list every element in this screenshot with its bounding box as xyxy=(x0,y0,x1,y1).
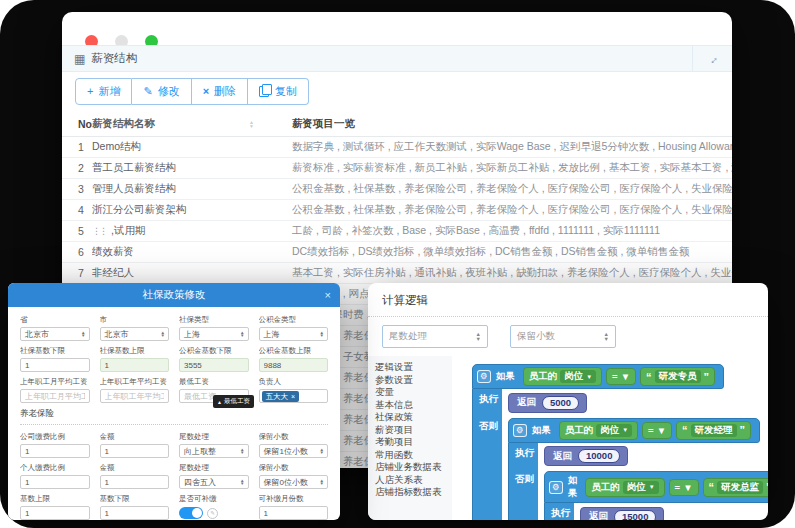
table-row[interactable]: 4浙江分公司薪资架构公积金基数 , 社保基数 , 养老保险公司 , 养老保险个人… xyxy=(62,200,732,221)
string-block[interactable]: “研发总监” xyxy=(703,478,768,497)
owner-input[interactable]: 五大大× xyxy=(259,389,329,403)
string-block[interactable]: “研发经理” xyxy=(676,421,751,440)
if-block[interactable]: ⚙如果员工的岗位▼=▼“研发总监”执行返回15000 xyxy=(544,471,768,520)
close-quote: ” xyxy=(766,482,768,492)
operator-block[interactable]: =▼ xyxy=(642,422,672,439)
return-block[interactable]: 返回15000 xyxy=(580,507,664,521)
expand-button[interactable]: ↔ xyxy=(692,46,732,71)
operator-block[interactable]: =▼ xyxy=(606,368,636,385)
drag-handle-icon[interactable]: ⋮⋮ xyxy=(92,227,106,236)
sidebar-item[interactable]: 社保政策 xyxy=(375,411,452,424)
field-select[interactable]: 保留0位小数▲▼ xyxy=(259,475,329,489)
row-items: 数据字典 , 测试循环 , 应工作天数测试 , 实际Wage Base , 迟到… xyxy=(260,140,732,154)
table-row[interactable]: 1Demo结构数据字典 , 测试循环 , 应工作天数测试 , 实际Wage Ba… xyxy=(62,137,732,158)
sidebar-item[interactable]: 基本信息 xyxy=(375,399,452,412)
add-button[interactable]: + 新增 xyxy=(75,78,132,105)
field-label: 市 xyxy=(100,315,170,325)
field-input[interactable] xyxy=(20,475,90,489)
copy-button[interactable]: 复制 xyxy=(248,78,309,105)
field-input[interactable] xyxy=(100,475,170,489)
table-row[interactable]: 5⋮⋮,试用期工龄 , 司龄 , 补签次数 , Base , 实际Base , … xyxy=(62,221,732,242)
sidebar-item[interactable]: 薪资项目 xyxy=(375,424,452,437)
gear-icon[interactable]: ⚙ xyxy=(549,481,563,494)
sidebar-item[interactable]: 店铺指标数据表 xyxy=(375,486,452,499)
table-header: No 薪资结构名称 ▲▼ 薪资项目一览 xyxy=(62,112,732,137)
field-input[interactable] xyxy=(100,389,170,403)
return-value[interactable]: 15000 xyxy=(614,510,656,521)
owner-tag: 五大大× xyxy=(262,391,300,402)
field-select[interactable]: 上海▲▼ xyxy=(179,327,249,341)
field-input[interactable] xyxy=(20,506,90,520)
edit-circle-icon[interactable]: ✎ xyxy=(207,508,218,519)
if-block-head[interactable]: ⚙如果员工的岗位▼=▼“研发总监” xyxy=(544,471,768,503)
form-field: 上年职工年平均工资 xyxy=(100,377,170,403)
if-block-head[interactable]: ⚙如果员工的岗位▼=▼“研发经理” xyxy=(508,418,760,443)
modal-title: 社保政策修改 xyxy=(143,288,206,302)
sidebar-item[interactable]: 参数设置 xyxy=(375,374,452,387)
sort-icon[interactable]: ▲▼ xyxy=(249,120,254,128)
field-input[interactable] xyxy=(20,358,90,372)
field-input[interactable] xyxy=(20,444,90,458)
field-select[interactable]: 北京市▲▼ xyxy=(20,327,90,341)
operator-block[interactable]: =▼ xyxy=(669,479,699,496)
employee-field-block[interactable]: 员工的岗位▼ xyxy=(523,367,602,386)
if-block[interactable]: ⚙如果员工的岗位▼=▼“研发经理”执行返回10000否则⚙如果员工的岗位▼=▼“… xyxy=(508,418,768,521)
rounding-select[interactable]: 尾数处理 ▲▼ xyxy=(382,325,488,348)
gear-icon[interactable]: ⚙ xyxy=(477,370,491,383)
row-no: 3 xyxy=(62,183,92,195)
field-input[interactable] xyxy=(259,506,329,520)
return-value[interactable]: 5000 xyxy=(542,396,579,410)
field-dropdown[interactable]: 岗位▼ xyxy=(623,481,659,494)
sidebar-item[interactable]: 考勤项目 xyxy=(375,436,452,449)
if-label: 如果 xyxy=(496,370,515,383)
table-row[interactable]: 7非经纪人基本工资 , 实际住房补贴 , 通讯补贴 , 夜班补贴 , 缺勤扣款 … xyxy=(62,263,732,284)
row-name: ⋮⋮,试用期 xyxy=(92,224,260,238)
section-heading: 养老保险 xyxy=(20,408,328,425)
return-block[interactable]: 返回10000 xyxy=(544,446,628,466)
field-select[interactable]: 北京市▲▼ xyxy=(100,327,170,341)
sidebar-item[interactable]: 人店关系表 xyxy=(375,474,452,487)
edit-button[interactable]: ✎ 修改 xyxy=(132,78,191,105)
table-row[interactable]: 3管理人员薪资结构公积金基数 , 社保基数 , 养老保险公司 , 养老保险个人 … xyxy=(62,179,732,200)
employee-field-block[interactable]: 员工的岗位▼ xyxy=(585,478,664,497)
if-block[interactable]: ⚙如果员工的岗位▼=▼“研发专员”执行返回5000否则⚙如果员工的岗位▼=▼“研… xyxy=(472,364,768,520)
table-row[interactable]: 2普工员工薪资结构薪资标准 , 实际薪资标准 , 新员工补贴 , 实际新员工补贴… xyxy=(62,158,732,179)
row-no: 7 xyxy=(62,267,92,279)
employee-field-block[interactable]: 员工的岗位▼ xyxy=(559,421,638,440)
toggle-switch[interactable] xyxy=(179,507,203,519)
field-input[interactable] xyxy=(20,389,90,403)
gear-icon[interactable]: ⚙ xyxy=(513,424,527,437)
field-input[interactable] xyxy=(179,358,249,372)
remove-tag-icon[interactable]: × xyxy=(291,392,295,401)
sidebar-item[interactable]: 逻辑设置 xyxy=(375,361,452,374)
close-icon[interactable]: × xyxy=(325,290,331,300)
sidebar-item[interactable]: 常用函数 xyxy=(375,449,452,462)
decimals-select[interactable]: 保留小数 ▲▼ xyxy=(510,325,616,348)
table-row[interactable]: 6绩效薪资DC绩效指标 , DS绩效指标 , 微单绩效指标 , DC销售金额 ,… xyxy=(62,242,732,263)
field-select[interactable]: 四舍五入▲▼ xyxy=(179,475,249,489)
field-input[interactable] xyxy=(100,444,170,458)
row-name-text: Demo结构 xyxy=(92,140,141,154)
field-input[interactable] xyxy=(259,358,329,372)
delete-button[interactable]: × 删除 xyxy=(192,78,248,105)
if-block-head[interactable]: ⚙如果员工的岗位▼=▼“研发专员” xyxy=(472,364,724,389)
sidebar-item[interactable]: 变量 xyxy=(375,386,452,399)
form-field: 基数上限 xyxy=(20,494,90,520)
select-arrows-icon: ▲▼ xyxy=(81,331,85,338)
return-block[interactable]: 返回5000 xyxy=(508,393,587,413)
field-select[interactable]: 上海▲▼ xyxy=(259,327,329,341)
field-dropdown[interactable]: 岗位▼ xyxy=(596,424,632,437)
select-arrows-icon: ▲▼ xyxy=(604,332,609,341)
sidebar-item[interactable]: 店铺业务数据表 xyxy=(375,461,452,474)
row-name: 绩效薪资 xyxy=(92,245,260,259)
string-block[interactable]: “研发专员” xyxy=(640,367,715,386)
row-items: DC绩效指标 , DS绩效指标 , 微单绩效指标 , DC销售金额 , DS销售… xyxy=(260,245,732,259)
field-input[interactable] xyxy=(100,358,170,372)
string-value: 研发经理 xyxy=(691,424,737,437)
return-value[interactable]: 10000 xyxy=(578,449,620,463)
field-select[interactable]: 保留1位小数▲▼ xyxy=(259,444,329,458)
field-input[interactable] xyxy=(100,506,170,520)
field-dropdown[interactable]: 岗位▼ xyxy=(560,370,596,383)
col-no: No xyxy=(62,118,92,130)
field-select[interactable]: 向上取整▲▼ xyxy=(179,444,249,458)
